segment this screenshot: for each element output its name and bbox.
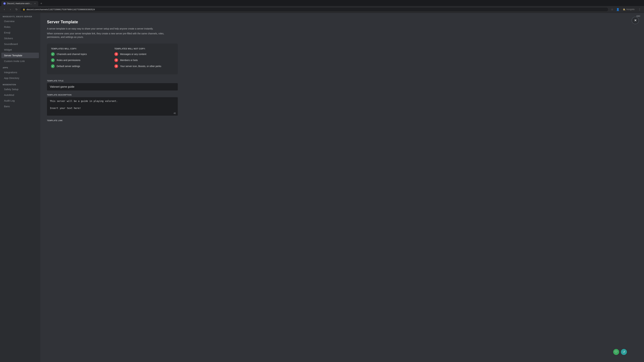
- check-icon-settings: ✓: [51, 64, 55, 68]
- sidebar-item-emoji[interactable]: Emoji: [1, 30, 39, 35]
- copy-item-roles-label: Roles and permissions: [57, 59, 80, 61]
- check-icon-channels: ✓: [51, 52, 55, 56]
- favicon-icon: D: [3, 2, 6, 5]
- back-button[interactable]: ‹: [2, 7, 7, 12]
- template-title-input[interactable]: [47, 83, 178, 90]
- templates-grid: TEMPLATES WILL COPY: ✓ Channels and chan…: [47, 43, 178, 74]
- template-link-label: TEMPLATE LINK: [47, 119, 178, 121]
- template-description-textarea[interactable]: This server will be a guide in playing v…: [47, 97, 178, 116]
- not-copy-item-members-label: Members or bots: [120, 59, 138, 61]
- tab-close-button[interactable]: ×: [34, 2, 36, 5]
- sidebar-item-custom-invite-link[interactable]: Custom Invite Link: [1, 58, 39, 64]
- not-copy-item-icon-label: Your server icon, Boosts, or other perks: [120, 65, 161, 67]
- copy-item-channels: ✓ Channels and channel topics: [51, 52, 110, 56]
- content-inner: Server Template A server template is an …: [40, 13, 184, 133]
- copy-item-settings: ✓ Default server settings: [51, 64, 110, 68]
- templates-will-copy-col: TEMPLATES WILL COPY: ✓ Channels and chan…: [51, 48, 110, 70]
- sidebar-item-roles[interactable]: Roles: [1, 24, 39, 30]
- bookmark-button[interactable]: ☆: [610, 7, 614, 12]
- close-x-icon: ✕: [634, 19, 636, 22]
- main-content: Server Template A server template is an …: [40, 13, 644, 362]
- browser-tab-active[interactable]: D Discord | #welcome-and-rules | ×: [1, 1, 38, 6]
- app-layout: MOODJOY71_03619'S SERVER Overview Roles …: [0, 13, 644, 362]
- forward-button[interactable]: ›: [8, 7, 13, 12]
- url-text: discord.com/channels/1182733986175397989…: [26, 8, 95, 11]
- tab-title: Discord | #welcome-and-rules |: [7, 2, 32, 5]
- x-icon-messages: ✕: [114, 52, 118, 56]
- lock-icon: 🔒: [23, 8, 25, 10]
- sidebar-item-app-directory[interactable]: App Directory: [1, 75, 39, 81]
- menu-button[interactable]: ⋮: [637, 7, 642, 12]
- reload-button[interactable]: ↻: [14, 7, 19, 12]
- not-copy-item-members: ✕ Members or bots: [114, 58, 174, 62]
- sidebar-item-soundboard[interactable]: Soundboard: [1, 41, 39, 47]
- copy-item-channels-label: Channels and channel topics: [57, 53, 87, 55]
- not-copy-item-messages: ✕ Messages or any content: [114, 52, 174, 56]
- sidebar-item-overview[interactable]: Overview: [1, 18, 39, 24]
- apps-section-header: APPS: [0, 64, 40, 69]
- sidebar-item-server-template[interactable]: Server Template: [1, 53, 39, 58]
- templates-will-not-copy-header: TEMPLATES WILL NOT COPY:: [114, 48, 174, 50]
- check-icon-roles: ✓: [51, 58, 55, 62]
- sidebar-item-stickers[interactable]: Stickers: [1, 35, 39, 41]
- close-btn-area: ✕ ESC: [636, 15, 640, 17]
- sidebar-item-audit-log[interactable]: Audit Log: [1, 98, 39, 103]
- template-description-label: TEMPLATE DESCRIPTION: [47, 94, 178, 96]
- browser-tabs: D Discord | #welcome-and-rules | × +: [0, 0, 644, 6]
- x-icon-members: ✕: [114, 58, 118, 62]
- templates-will-copy-header: TEMPLATES WILL COPY:: [51, 48, 110, 50]
- avatar-icon-2[interactable]: ↺: [620, 349, 627, 355]
- esc-label: ESC: [636, 15, 640, 17]
- char-count: 48: [174, 112, 176, 114]
- sidebar-item-automod[interactable]: AutoMod: [1, 92, 39, 98]
- sidebar-item-integrations[interactable]: Integrations: [1, 69, 39, 75]
- copy-item-roles: ✓ Roles and permissions: [51, 58, 110, 62]
- x-icon-icon: ✕: [114, 64, 118, 68]
- template-description-wrapper: This server will be a guide in playing v…: [47, 97, 178, 116]
- avatar-icon-1[interactable]: 🛡: [613, 349, 620, 355]
- sidebar: MOODJOY71_03619'S SERVER Overview Roles …: [0, 13, 40, 362]
- copy-item-settings-label: Default server settings: [57, 65, 80, 67]
- browser-chrome: D Discord | #welcome-and-rules | × + ‹ ›…: [0, 0, 644, 13]
- not-copy-item-icon: ✕ Your server icon, Boosts, or other per…: [114, 64, 174, 68]
- moderation-section-header: MODERATION: [0, 81, 40, 86]
- description-1: A server template is an easy way to shar…: [47, 27, 178, 30]
- incognito-badge[interactable]: 🕵 Incognito: [621, 7, 636, 11]
- server-name: MOODJOY71_03619'S SERVER: [0, 13, 40, 18]
- sidebar-item-bans[interactable]: Bans: [1, 104, 39, 109]
- new-tab-button[interactable]: +: [39, 1, 44, 6]
- close-button[interactable]: ✕: [632, 17, 639, 24]
- toolbar-actions: ☆ 👤 🕵 Incognito ⋮: [610, 7, 642, 12]
- address-bar[interactable]: 🔒 discord.com/channels/11827339861753979…: [20, 7, 608, 12]
- description-2: When someone uses your server template l…: [47, 32, 178, 39]
- incognito-icon: 🕵: [623, 8, 626, 10]
- page-title: Server Template: [47, 19, 178, 24]
- template-title-label: TEMPLATE TITLE: [47, 80, 178, 82]
- sidebar-item-widget[interactable]: Widget: [1, 47, 39, 52]
- profile-button[interactable]: 👤: [616, 7, 620, 12]
- floating-icons: 🛡 ↺: [613, 349, 627, 355]
- templates-will-not-copy-col: TEMPLATES WILL NOT COPY: ✕ Messages or a…: [114, 48, 174, 70]
- browser-toolbar: ‹ › ↻ 🔒 discord.com/channels/11827339861…: [0, 6, 644, 13]
- sidebar-item-safety-setup[interactable]: Safety Setup: [1, 86, 39, 92]
- incognito-label: Incognito: [626, 8, 634, 10]
- not-copy-item-messages-label: Messages or any content: [120, 53, 146, 55]
